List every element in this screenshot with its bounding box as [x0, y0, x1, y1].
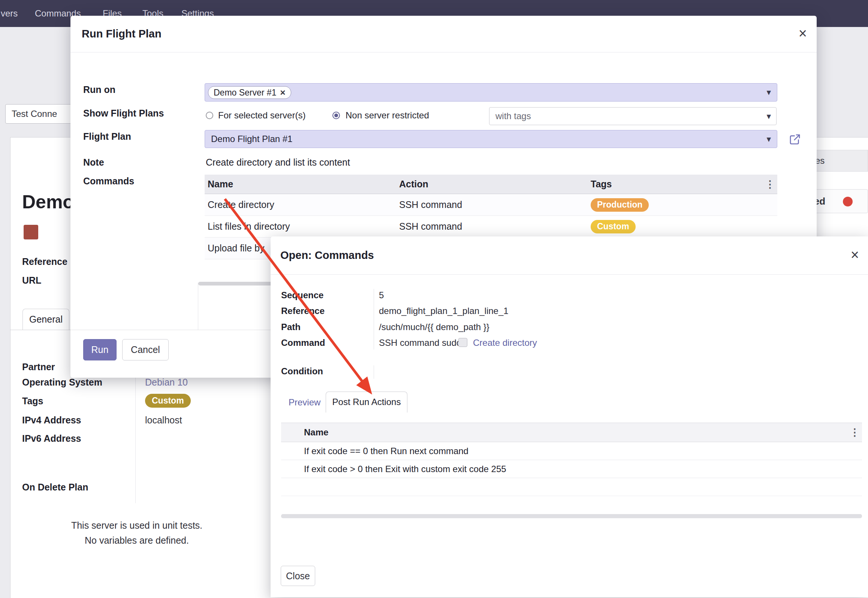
chevron-down-icon[interactable]: ▾	[766, 134, 771, 144]
unit-test-note: This server is used in unit tests. No va…	[56, 518, 217, 548]
path-value: /such/much/{{ demo_path }}	[379, 322, 489, 332]
ipv6-label: IPv6 Address	[22, 433, 81, 444]
table-row[interactable]: If exit code > 0 then Exit with custom e…	[281, 460, 862, 478]
test-connection-button[interactable]: Test Conne	[5, 104, 72, 124]
commands-table-header: Name Action Tags ⋮	[205, 175, 777, 194]
sequence-value: 5	[379, 290, 384, 300]
color-swatch[interactable]	[24, 225, 38, 239]
command-label: Command	[281, 338, 325, 348]
field-separator	[135, 361, 136, 503]
reference-label: Reference	[22, 256, 67, 267]
note-label: Note	[83, 157, 104, 168]
external-link-icon[interactable]	[789, 133, 801, 145]
header-name: Name	[304, 423, 328, 442]
row-action: SSH command	[399, 221, 591, 232]
table-header: Name ⋮	[281, 423, 862, 442]
tag-badge-custom: Custom	[591, 220, 636, 233]
server-chip: Demo Server #1 ✕	[208, 86, 291, 99]
tag-badge-custom: Custom	[145, 394, 191, 408]
sequence-label: Sequence	[281, 290, 323, 300]
os-value-link[interactable]: Debian 10	[145, 377, 188, 388]
row-name: If exit code == 0 then Run next command	[304, 446, 468, 456]
unit-test-note-line2: No variables are defined.	[56, 533, 217, 548]
close-button[interactable]: Close	[281, 566, 315, 586]
table-row[interactable]: List files in directory SSH command Cust…	[205, 216, 777, 238]
radio-non-server-restricted-label[interactable]: Non server restricted	[346, 110, 429, 121]
close-icon[interactable]: ×	[799, 26, 807, 40]
modal-header: Run Flight Plan ×	[70, 16, 817, 52]
screen: vers Commands Files Tools Settings Test …	[0, 0, 868, 598]
row-tags: Custom	[591, 220, 777, 233]
condition-label: Condition	[281, 366, 323, 377]
plan-description: Create directory and list its content	[206, 157, 350, 168]
row-name: Create directory	[205, 199, 399, 210]
column-separator	[198, 283, 198, 330]
nav-item-servers[interactable]: vers	[1, 0, 18, 27]
row-tags: Production	[591, 198, 777, 212]
table-row[interactable]: If exit code == 0 then Run next command	[281, 442, 862, 460]
os-label: Operating System	[22, 377, 102, 388]
modal-header: Open: Commands ×	[271, 236, 868, 275]
flight-plan-label: Flight Plan	[83, 131, 131, 142]
modal-title: Open: Commands	[280, 236, 374, 274]
row-name: List files in directory	[205, 221, 399, 232]
reference-value: demo_flight_plan_1_plan_line_1	[379, 306, 509, 316]
post-run-actions-table: Name ⋮ If exit code == 0 then Run next c…	[281, 423, 862, 496]
create-directory-link[interactable]: Create directory	[473, 338, 537, 348]
field-separator	[374, 365, 374, 379]
header-tags: Tags	[591, 179, 777, 190]
partner-label: Partner	[22, 362, 55, 372]
commands-label: Commands	[83, 176, 134, 187]
flight-plan-value: Demo Flight Plan #1	[211, 130, 292, 148]
radio-non-server-restricted[interactable]	[332, 112, 340, 119]
path-label: Path	[281, 322, 301, 332]
header-action: Action	[399, 179, 591, 190]
table-row-empty	[281, 478, 862, 496]
reference-label: Reference	[281, 306, 325, 316]
run-on-label: Run on	[83, 84, 115, 95]
chevron-down-icon[interactable]: ▾	[766, 111, 771, 121]
run-on-server-select[interactable]: Demo Server #1 ✕ ▾	[205, 83, 777, 102]
create-directory-checkbox[interactable]	[458, 338, 467, 347]
radio-for-selected-servers[interactable]	[206, 112, 213, 119]
open-commands-modal: Open: Commands × Sequence 5 Reference de…	[271, 236, 868, 597]
table-row[interactable]: Create directory SSH command Production	[205, 194, 777, 216]
close-icon[interactable]: ×	[851, 248, 859, 262]
tags-label: Tags	[22, 396, 43, 407]
horizontal-scrollbar[interactable]	[281, 514, 862, 518]
run-button[interactable]: Run	[83, 339, 117, 360]
row-action: SSH command	[399, 199, 591, 210]
row-name: If exit code > 0 then Exit with custom e…	[304, 464, 506, 474]
cancel-button[interactable]: Cancel	[122, 339, 169, 360]
chevron-down-icon[interactable]: ▾	[766, 87, 771, 97]
tab-general[interactable]: General	[22, 309, 69, 330]
flight-plan-select[interactable]: Demo Flight Plan #1 ▾	[205, 130, 777, 148]
url-label: URL	[22, 275, 41, 286]
ipv4-label: IPv4 Address	[22, 415, 81, 426]
ipv4-value: localhost	[145, 415, 182, 426]
kebab-menu-icon[interactable]: ⋮	[850, 426, 860, 438]
server-chip-label: Demo Server #1	[214, 88, 276, 98]
command-value: SSH command sudo	[379, 338, 461, 348]
tag-badge-production: Production	[591, 198, 649, 212]
with-tags-value: with tags	[495, 108, 531, 125]
tab-post-run-actions[interactable]: Post Run Actions	[326, 392, 407, 413]
modal-title: Run Flight Plan	[82, 16, 162, 52]
chip-remove-icon[interactable]: ✕	[280, 88, 286, 97]
on-delete-plan-label: On Delete Plan	[22, 482, 88, 493]
header-name: Name	[205, 179, 399, 190]
server-name-heading: Demo	[22, 191, 74, 213]
status-dot-icon	[843, 197, 853, 206]
radio-for-selected-servers-label[interactable]: For selected server(s)	[218, 110, 305, 121]
field-separator	[374, 289, 374, 350]
tab-preview[interactable]: Preview	[289, 397, 320, 408]
show-flight-plans-label: Show Flight Plans	[83, 108, 164, 119]
with-tags-select[interactable]: with tags ▾	[489, 107, 777, 125]
kebab-menu-icon[interactable]: ⋮	[765, 178, 775, 190]
unit-test-note-line1: This server is used in unit tests.	[56, 518, 217, 533]
